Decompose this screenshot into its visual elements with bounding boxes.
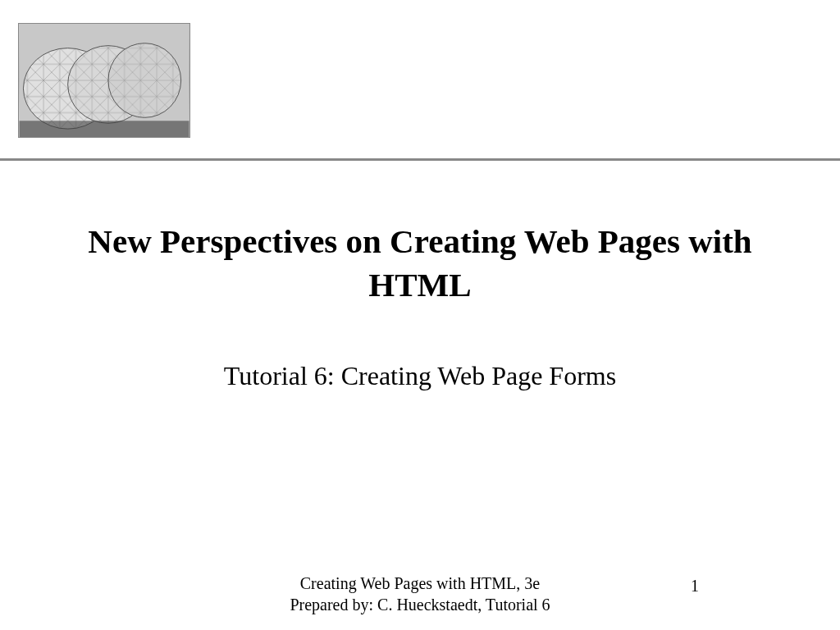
footer-line-2: Prepared by: C. Hueckstaedt, Tutorial 6 (0, 594, 840, 615)
header-image (18, 23, 190, 138)
slide-footer: Creating Web Pages with HTML, 3e Prepare… (0, 573, 840, 615)
page-number: 1 (691, 577, 699, 596)
header-divider (0, 158, 840, 161)
slide-title: New Perspectives on Creating Web Pages w… (0, 220, 840, 308)
slide-subtitle: Tutorial 6: Creating Web Page Forms (0, 361, 840, 391)
footer-line-1: Creating Web Pages with HTML, 3e (0, 573, 840, 594)
svg-point-6 (108, 43, 181, 118)
svg-rect-7 (20, 121, 189, 137)
